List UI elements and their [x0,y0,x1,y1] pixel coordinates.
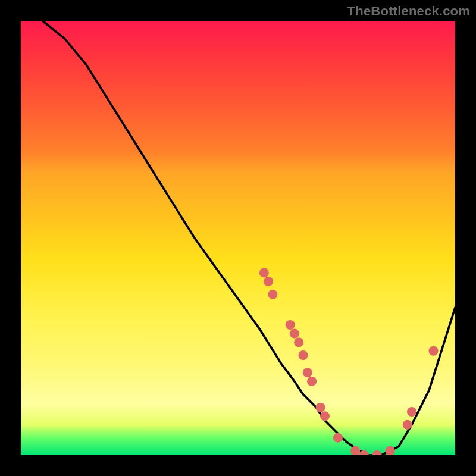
data-marker [350,446,360,455]
data-marker [320,411,330,421]
data-marker [259,268,269,277]
data-marker [333,433,343,443]
data-marker [303,368,312,377]
data-marker [403,420,412,430]
data-marker [268,290,277,299]
data-marker [407,407,416,416]
data-marker [264,277,273,286]
bottleneck-curve [21,21,455,455]
data-marker [307,377,317,386]
data-marker [385,446,394,455]
plot-area [21,21,455,455]
data-marker [316,403,325,412]
chart-frame: TheBottleneck.com [0,0,476,476]
data-markers [259,268,439,455]
data-marker [294,337,303,347]
data-marker [290,329,299,339]
data-marker [372,450,382,455]
watermark-text: TheBottleneck.com [347,4,470,19]
curve-path [43,21,456,455]
data-marker [298,350,308,360]
data-marker [286,320,295,330]
data-marker [428,346,438,356]
